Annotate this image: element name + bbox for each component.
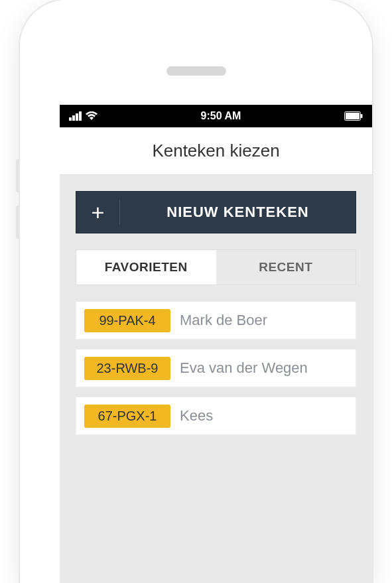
tab-recent[interactable]: RECENT [216,250,356,285]
page-title: Kenteken kiezen [152,141,279,161]
status-bar: 9:50 AM [60,105,372,127]
list-item[interactable]: 99-PAK-4 Mark de Boer [76,301,356,340]
phone-body: 9:50 AM Kenteken kiezen + NIEUW K [20,0,372,583]
svg-rect-2 [361,114,363,118]
signal-icon [69,111,82,121]
tabs: FAVORIETEN RECENT [76,249,356,285]
new-plate-label: NIEUW KENTEKEN [120,204,356,221]
tab-favorites[interactable]: FAVORIETEN [76,250,216,285]
phone-frame: 9:50 AM Kenteken kiezen + NIEUW K [0,0,392,583]
svg-rect-1 [346,113,359,119]
list-item[interactable]: 67-PGX-1 Kees [76,397,356,435]
license-plate: 99-PAK-4 [84,309,170,332]
status-time: 9:50 AM [201,110,241,122]
phone-speaker [166,66,226,76]
tab-recent-label: RECENT [259,260,312,275]
new-plate-button[interactable]: + NIEUW KENTEKEN [76,191,356,233]
screen: 9:50 AM Kenteken kiezen + NIEUW K [60,105,372,583]
person-name: Eva van der Wegen [180,359,308,377]
person-name: Mark de Boer [180,312,267,329]
plus-icon: + [76,200,120,225]
battery-icon [344,111,363,121]
status-left [69,111,98,121]
list-item[interactable]: 23-RWB-9 Eva van der Wegen [76,349,356,387]
content: + NIEUW KENTEKEN FAVORIETEN RECENT 99-PA… [60,175,372,451]
plate-list: 99-PAK-4 Mark de Boer 23-RWB-9 Eva van d… [76,301,356,435]
tab-favorites-label: FAVORIETEN [105,260,188,275]
wifi-icon [86,111,98,121]
title-bar: Kenteken kiezen [60,127,372,175]
license-plate: 67-PGX-1 [84,405,170,428]
license-plate: 23-RWB-9 [84,357,170,380]
person-name: Kees [180,407,213,424]
